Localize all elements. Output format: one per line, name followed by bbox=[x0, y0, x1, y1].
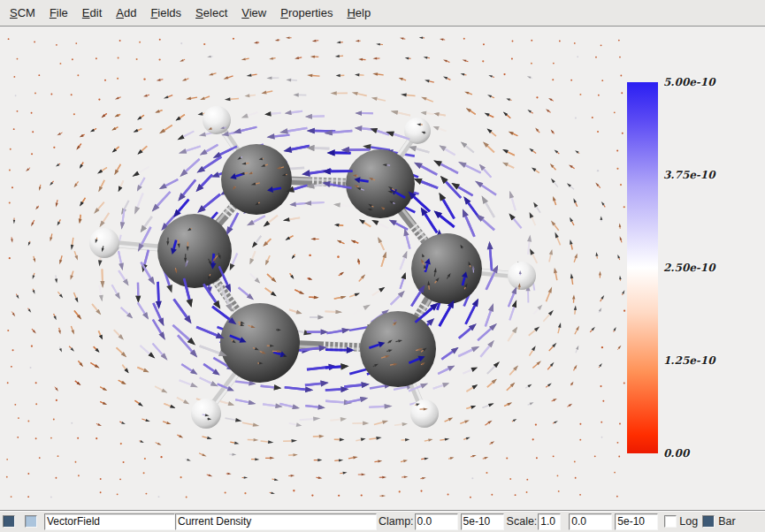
log-label: Log bbox=[679, 515, 698, 528]
menu-item-fields[interactable]: Fields bbox=[148, 4, 184, 21]
colorbar-tick-label: 0.00 bbox=[663, 447, 689, 460]
clamp-label: Clamp: bbox=[379, 515, 414, 528]
menu-bar: SCMFileEditAddFieldsSelectViewProperties… bbox=[0, 0, 765, 27]
status-bar: Clamp: Scale: Log Bar bbox=[0, 510, 765, 532]
secondary-toggle[interactable] bbox=[25, 515, 37, 528]
colorbar-tick-label: 2.50e-10 bbox=[663, 262, 715, 274]
clamp-max-input[interactable] bbox=[461, 513, 504, 530]
log-checkbox[interactable] bbox=[664, 515, 677, 528]
molecule[interactable] bbox=[89, 106, 536, 429]
bar-checkbox[interactable] bbox=[702, 515, 715, 528]
range-max-input[interactable] bbox=[615, 513, 658, 530]
3d-viewport[interactable]: 5.00e-103.75e-102.50e-101.25e-100.00 bbox=[0, 27, 765, 510]
menu-item-edit[interactable]: Edit bbox=[80, 4, 104, 21]
range-min-input[interactable] bbox=[569, 513, 612, 530]
field-name-input[interactable] bbox=[175, 513, 377, 530]
scale-label: Scale: bbox=[507, 515, 538, 528]
menu-item-select[interactable]: Select bbox=[193, 4, 230, 21]
colorbar-tick-label: 5.00e-10 bbox=[663, 76, 715, 88]
menu-item-add[interactable]: Add bbox=[113, 4, 139, 21]
scale-input[interactable] bbox=[538, 513, 561, 530]
menu-item-scm[interactable]: SCM bbox=[7, 4, 38, 21]
menu-item-view[interactable]: View bbox=[239, 4, 269, 21]
vectorfield-type-input[interactable] bbox=[44, 513, 175, 530]
colorbar-tick-label: 1.25e-10 bbox=[663, 354, 715, 367]
app-window: SCMFileEditAddFieldsSelectViewProperties… bbox=[0, 0, 765, 532]
clamp-min-input[interactable] bbox=[415, 513, 458, 530]
active-toggle[interactable] bbox=[3, 515, 15, 528]
colorbar-gradient bbox=[627, 82, 658, 453]
bar-label: Bar bbox=[718, 515, 735, 528]
menu-item-file[interactable]: File bbox=[47, 4, 71, 21]
menu-item-help[interactable]: Help bbox=[344, 4, 373, 21]
colorbar-tick-label: 3.75e-10 bbox=[663, 169, 715, 181]
menu-item-properties[interactable]: Properties bbox=[278, 4, 335, 21]
